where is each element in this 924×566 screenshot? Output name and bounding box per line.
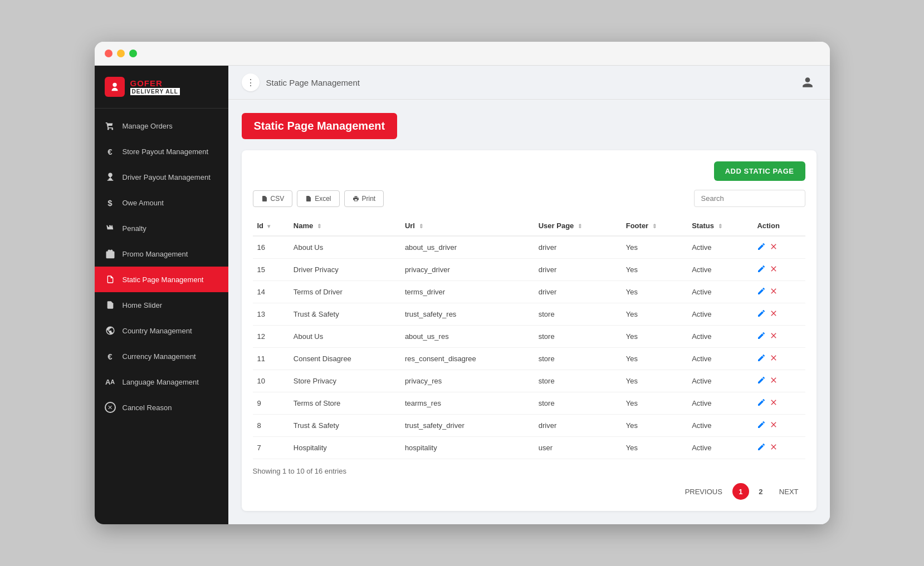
edit-button[interactable] bbox=[757, 353, 766, 364]
topbar-left: ⋮ Static Page Management bbox=[242, 73, 360, 91]
sidebar-item-owe-amount[interactable]: $ Owe Amount bbox=[95, 190, 228, 215]
delete-button[interactable] bbox=[769, 264, 778, 275]
cell-url: hospitality bbox=[400, 437, 534, 459]
cell-url: tearms_res bbox=[400, 392, 534, 415]
cell-action bbox=[752, 437, 805, 459]
sidebar-label-static-page: Static Page Management bbox=[123, 275, 204, 284]
delete-button[interactable] bbox=[769, 442, 778, 453]
maximize-dot[interactable] bbox=[129, 50, 137, 57]
sidebar-item-static-page[interactable]: Static Page Management bbox=[95, 267, 228, 292]
cell-status: Active bbox=[687, 236, 752, 259]
titlebar bbox=[95, 42, 830, 66]
sidebar-label-home-slider: Home Slider bbox=[123, 301, 163, 309]
cell-status: Active bbox=[687, 437, 752, 459]
page-1-button[interactable]: 1 bbox=[732, 483, 749, 500]
cell-name: Driver Privacy bbox=[289, 259, 400, 281]
cell-id: 14 bbox=[253, 281, 289, 303]
id-sort-icon[interactable]: ▾ bbox=[267, 223, 270, 229]
cell-action bbox=[752, 392, 805, 415]
content-area: Static Page Management ADD STATIC PAGE C… bbox=[228, 100, 830, 524]
previous-button[interactable]: PREVIOUS bbox=[678, 484, 729, 499]
sidebar-label-manage-orders: Manage Orders bbox=[123, 122, 173, 130]
delete-button[interactable] bbox=[769, 420, 778, 431]
cell-url: trust_safety_driver bbox=[400, 415, 534, 437]
card-toolbar: CSV Excel Print bbox=[253, 190, 805, 207]
main-card: ADD STATIC PAGE CSV Excel bbox=[242, 150, 817, 511]
add-static-page-button[interactable]: ADD STATIC PAGE bbox=[714, 161, 805, 181]
sidebar-item-promo[interactable]: Promo Management bbox=[95, 241, 228, 267]
minimize-dot[interactable] bbox=[117, 50, 125, 57]
sidebar-item-driver-payout[interactable]: Driver Payout Management bbox=[95, 164, 228, 190]
page-2-button[interactable]: 2 bbox=[752, 483, 769, 500]
edit-button[interactable] bbox=[757, 309, 766, 319]
delete-button[interactable] bbox=[769, 398, 778, 408]
cell-user-page: store bbox=[534, 370, 622, 392]
csv-button[interactable]: CSV bbox=[253, 190, 293, 207]
sidebar-item-home-slider[interactable]: Home Slider bbox=[95, 292, 228, 318]
cell-url: privacy_res bbox=[400, 370, 534, 392]
cell-id: 7 bbox=[253, 437, 289, 459]
delete-button[interactable] bbox=[769, 242, 778, 253]
pagination: PREVIOUS 1 2 NEXT bbox=[253, 483, 805, 500]
edit-button[interactable] bbox=[757, 376, 766, 386]
cell-id: 11 bbox=[253, 348, 289, 370]
sidebar-item-language[interactable]: AA Language Management bbox=[95, 369, 228, 395]
cell-name: Terms of Driver bbox=[289, 281, 400, 303]
cell-id: 9 bbox=[253, 392, 289, 415]
col-footer: Footer ⇕ bbox=[622, 216, 687, 236]
nav-items: Manage Orders € Store Payout Management … bbox=[95, 109, 228, 524]
table-row: 7 Hospitality hospitality user Yes Activ… bbox=[253, 437, 805, 459]
edit-button[interactable] bbox=[757, 242, 766, 253]
user-icon[interactable] bbox=[799, 73, 817, 91]
cell-status: Active bbox=[687, 348, 752, 370]
sidebar-label-penalty: Penalty bbox=[123, 224, 146, 233]
print-button[interactable]: Print bbox=[344, 190, 384, 207]
search-input[interactable] bbox=[694, 190, 805, 207]
cell-id: 12 bbox=[253, 326, 289, 348]
userpage-sort-icon[interactable]: ⇕ bbox=[578, 223, 582, 229]
name-sort-icon[interactable]: ⇕ bbox=[317, 223, 321, 229]
cell-footer: Yes bbox=[622, 281, 687, 303]
col-id: Id ▾ bbox=[253, 216, 289, 236]
sidebar-item-penalty[interactable]: Penalty bbox=[95, 215, 228, 241]
static-pages-table: Id ▾ Name ⇕ Url ⇕ User Page ⇕ Footer ⇕ S… bbox=[253, 216, 805, 459]
edit-button[interactable] bbox=[757, 398, 766, 408]
cell-action bbox=[752, 370, 805, 392]
cell-user-page: store bbox=[534, 326, 622, 348]
driver-icon bbox=[105, 171, 116, 183]
globe-icon bbox=[105, 325, 116, 336]
edit-button[interactable] bbox=[757, 420, 766, 431]
logo-subtitle: DELIVERY ALL bbox=[130, 88, 180, 95]
cell-status: Active bbox=[687, 303, 752, 326]
sidebar-item-cancel-reason[interactable]: ✕ Cancel Reason bbox=[95, 395, 228, 420]
excel-button[interactable]: Excel bbox=[297, 190, 339, 207]
delete-button[interactable] bbox=[769, 376, 778, 386]
app-window: GOFER DELIVERY ALL Manage Orders € bbox=[95, 42, 830, 524]
delete-button[interactable] bbox=[769, 331, 778, 342]
sidebar-label-owe-amount: Owe Amount bbox=[123, 199, 164, 207]
sidebar-item-currency[interactable]: € Currency Management bbox=[95, 343, 228, 369]
sidebar-item-country[interactable]: Country Management bbox=[95, 318, 228, 343]
sidebar: GOFER DELIVERY ALL Manage Orders € bbox=[95, 66, 228, 524]
edit-button[interactable] bbox=[757, 442, 766, 453]
edit-button[interactable] bbox=[757, 264, 766, 275]
table-row: 16 About Us about_us_driver driver Yes A… bbox=[253, 236, 805, 259]
status-sort-icon[interactable]: ⇕ bbox=[718, 223, 722, 229]
cell-status: Active bbox=[687, 392, 752, 415]
sidebar-item-store-payout[interactable]: € Store Payout Management bbox=[95, 139, 228, 164]
footer-sort-icon[interactable]: ⇕ bbox=[652, 223, 657, 229]
delete-button[interactable] bbox=[769, 287, 778, 297]
delete-button[interactable] bbox=[769, 353, 778, 364]
next-button[interactable]: NEXT bbox=[773, 484, 805, 499]
edit-button[interactable] bbox=[757, 287, 766, 297]
menu-dots-button[interactable]: ⋮ bbox=[242, 73, 260, 91]
delete-button[interactable] bbox=[769, 309, 778, 319]
cell-id: 13 bbox=[253, 303, 289, 326]
dollar-icon: $ bbox=[105, 197, 116, 208]
url-sort-icon[interactable]: ⇕ bbox=[419, 223, 423, 229]
table-row: 8 Trust & Safety trust_safety_driver dri… bbox=[253, 415, 805, 437]
edit-button[interactable] bbox=[757, 331, 766, 342]
cell-footer: Yes bbox=[622, 348, 687, 370]
close-dot[interactable] bbox=[105, 50, 113, 57]
sidebar-item-manage-orders[interactable]: Manage Orders bbox=[95, 113, 228, 139]
